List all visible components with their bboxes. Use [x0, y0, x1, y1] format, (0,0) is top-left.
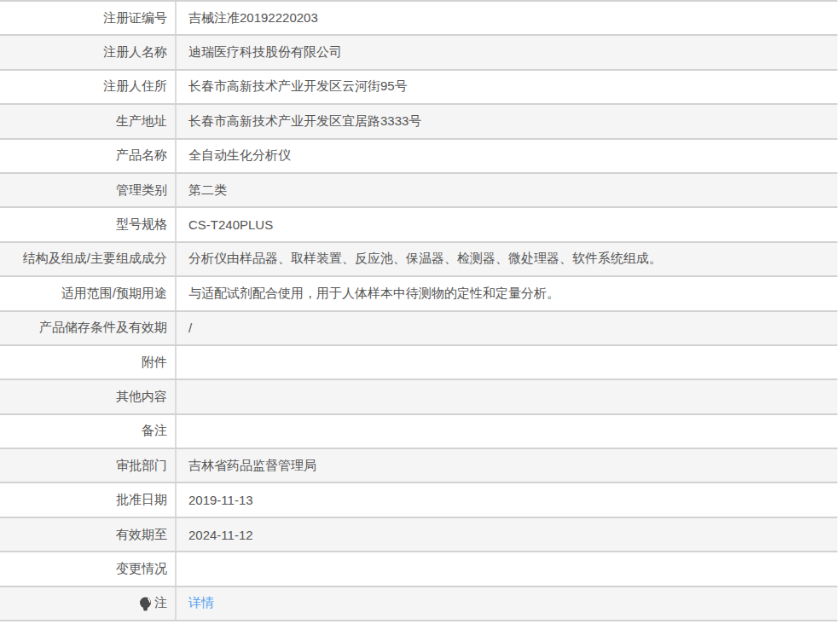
row-label-cell: 审批部门: [0, 449, 177, 482]
row-value-cell: [177, 415, 837, 448]
row-label-cell: 生产地址: [0, 105, 177, 137]
row-value-cell: 长春市高新技术产业开发区云河街95号: [177, 71, 837, 103]
row-value-text: 分析仪由样品器、取样装置、反应池、保温器、检测器、微处理器、软件系统组成。: [188, 251, 662, 267]
row-value-cell: [177, 552, 837, 585]
table-row: 变更情况: [0, 552, 837, 586]
row-value-cell: 分析仪由样品器、取样装置、反应池、保温器、检测器、微处理器、软件系统组成。: [177, 243, 837, 275]
row-value-cell: 吉械注准20192220203: [177, 2, 837, 34]
table-row: 产品名称 全自动生化分析仪: [0, 140, 837, 174]
row-value-cell: 第二类: [177, 174, 837, 206]
details-link[interactable]: 详情: [188, 595, 214, 611]
row-value-text: /: [188, 321, 192, 335]
row-value-cell: 长春市高新技术产业开发区宜居路3333号: [177, 105, 837, 137]
row-label-text: 结构及组成/主要组成成分: [23, 251, 167, 267]
row-label-text: 批准日期: [116, 492, 167, 508]
row-label-text: 管理类别: [116, 182, 167, 199]
table-row: 批准日期 2019-11-13: [0, 483, 837, 517]
row-label-cell: 管理类别: [0, 174, 177, 206]
table-row: 产品储存条件及有效期 /: [0, 312, 837, 346]
row-value-cell: 迪瑞医疗科技股份有限公司: [177, 36, 837, 68]
row-value-text: 2024-11-12: [188, 528, 253, 542]
row-value-text: 吉林省药品监督管理局: [188, 458, 316, 474]
row-label-text: 审批部门: [116, 458, 167, 474]
row-label-text: 附件: [142, 355, 167, 371]
row-label-text: 有效期至: [116, 527, 167, 543]
table-row: 附件: [0, 346, 837, 380]
row-label-cell: 备注: [0, 415, 177, 448]
row-label-text: 适用范围/预期用途: [61, 286, 167, 302]
row-value-cell: [177, 346, 837, 378]
table-row: 注册人名称 迪瑞医疗科技股份有限公司: [0, 36, 837, 70]
row-value-cell: [177, 380, 837, 413]
table-row: 适用范围/预期用途 与适配试剂配合使用，用于人体样本中待测物的定性和定量分析。: [0, 277, 837, 311]
table-row: 审批部门 吉林省药品监督管理局: [0, 449, 837, 483]
row-label-text: 产品名称: [116, 147, 167, 164]
row-value-text: 2019-11-13: [188, 493, 253, 507]
row-label-cell: 注册证编号: [0, 2, 177, 34]
row-label-text: 注册证编号: [103, 10, 167, 26]
row-label-text: 注册人名称: [103, 44, 167, 61]
row-label-cell: 注册人名称: [0, 36, 177, 68]
table-row: 注册人住所 长春市高新技术产业开发区云河街95号: [0, 71, 837, 105]
row-value-cell: 2024-11-12: [177, 518, 837, 551]
row-value-text: 长春市高新技术产业开发区宜居路3333号: [188, 113, 421, 130]
row-value-cell: 与适配试剂配合使用，用于人体样本中待测物的定性和定量分析。: [177, 277, 837, 309]
table-row: 有效期至 2024-11-12: [0, 518, 837, 552]
lightbulb-icon: [139, 597, 152, 611]
registration-info-table: 注册证编号 吉械注准20192220203 注册人名称 迪瑞医疗科技股份有限公司: [0, 0, 837, 621]
row-value-text: CS-T240PLUS: [188, 217, 273, 232]
row-label-cell: 型号规格: [0, 208, 177, 240]
row-label-cell: 注: [0, 587, 177, 620]
row-value-cell: 2019-11-13: [177, 483, 837, 516]
row-label-text: 型号规格: [116, 217, 167, 233]
table-row: 注册证编号 吉械注准20192220203: [0, 2, 837, 36]
row-label-text: 变更情况: [116, 561, 167, 577]
row-value-cell: 全自动生化分析仪: [177, 140, 837, 172]
row-value-cell: 详情: [177, 587, 837, 620]
row-label-cell: 产品名称: [0, 140, 177, 172]
row-label-cell: 其他内容: [0, 380, 177, 413]
row-label-cell: 结构及组成/主要组成成分: [0, 243, 177, 275]
row-label-text: 注: [154, 595, 167, 611]
row-value-text: 长春市高新技术产业开发区云河街95号: [188, 78, 408, 95]
table-row: 其他内容: [0, 380, 837, 414]
row-value-cell: /: [177, 312, 837, 344]
row-value-text: 吉械注准20192220203: [188, 10, 318, 26]
row-label-text: 其他内容: [116, 389, 167, 405]
row-value-text: 全自动生化分析仪: [188, 147, 291, 164]
row-label-cell: 产品储存条件及有效期: [0, 312, 177, 344]
table-row: 生产地址 长春市高新技术产业开发区宜居路3333号: [0, 105, 837, 139]
row-label-text: 产品储存条件及有效期: [39, 320, 167, 336]
row-label-cell: 附件: [0, 346, 177, 378]
table-row: 注 详情: [0, 587, 837, 621]
table-row: 结构及组成/主要组成成分 分析仪由样品器、取样装置、反应池、保温器、检测器、微处…: [0, 243, 837, 277]
row-label-cell: 批准日期: [0, 483, 177, 516]
row-label-cell: 适用范围/预期用途: [0, 277, 177, 309]
table-row: 管理类别 第二类: [0, 174, 837, 208]
row-value-text: 迪瑞医疗科技股份有限公司: [188, 44, 342, 61]
row-label-text: 生产地址: [116, 113, 167, 130]
row-label-cell: 有效期至: [0, 518, 177, 551]
row-value-text: 与适配试剂配合使用，用于人体样本中待测物的定性和定量分析。: [188, 286, 559, 302]
row-value-cell: CS-T240PLUS: [177, 208, 837, 240]
row-label-cell: 注册人住所: [0, 71, 177, 103]
row-value-cell: 吉林省药品监督管理局: [177, 449, 837, 482]
row-label-cell: 变更情况: [0, 552, 177, 585]
row-label-text: 注册人住所: [103, 78, 167, 95]
table-row: 备注: [0, 415, 837, 449]
row-value-text: 第二类: [188, 182, 227, 199]
row-label-text: 备注: [142, 423, 167, 439]
table-row: 型号规格 CS-T240PLUS: [0, 208, 837, 242]
